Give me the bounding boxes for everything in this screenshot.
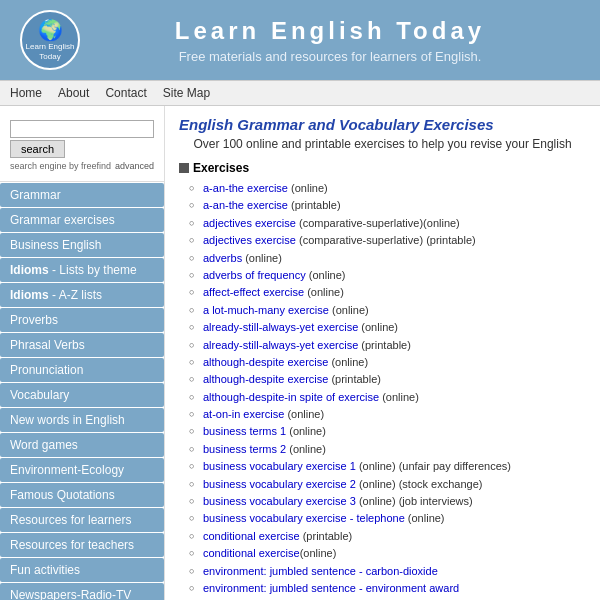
sidebar-item-new-words[interactable]: New words in English [0, 408, 164, 432]
section-bullet-icon [179, 163, 189, 173]
sidebar-item-resources-learners[interactable]: Resources for learners [0, 508, 164, 532]
exercise-link[interactable]: affect-effect exercise [203, 286, 304, 298]
exercise-link[interactable]: although-despite exercise [203, 373, 328, 385]
sidebar-item-pronunciation[interactable]: Pronunciation [0, 358, 164, 382]
list-item: conditional exercise (printable) [189, 529, 586, 544]
exercise-link[interactable]: business terms 1 [203, 425, 286, 437]
search-area: search search engine by freefind advance… [0, 114, 164, 182]
exercise-link[interactable]: environment: jumbled sentence - carbon-d… [203, 565, 438, 577]
exercise-link[interactable]: already-still-always-yet exercise [203, 321, 358, 333]
exercise-link[interactable]: at-on-in exercise [203, 408, 284, 420]
list-item: already-still-always-yet exercise (print… [189, 338, 586, 353]
content-subtitle: Over 100 online and printable exercises … [179, 137, 586, 151]
sidebar-item-resources-teachers[interactable]: Resources for teachers [0, 533, 164, 557]
globe-icon: 🌍 [38, 18, 63, 42]
search-input[interactable] [10, 120, 154, 138]
search-engine-name: freefind [81, 161, 111, 171]
list-item: although-despite exercise (printable) [189, 372, 586, 387]
exercises-header-label: Exercises [193, 161, 249, 175]
exercise-link[interactable]: although-despite exercise [203, 356, 328, 368]
exercise-link[interactable]: business vocabulary exercise 3 [203, 495, 356, 507]
list-item: affect-effect exercise (online) [189, 285, 586, 300]
list-item: environment: jumbled sentence - carbon-d… [189, 564, 586, 579]
list-item: adjectives exercise (comparative-superla… [189, 216, 586, 231]
exercise-link[interactable]: environment: jumbled sentence - environm… [203, 582, 459, 594]
sidebar-item-newspapers[interactable]: Newspapers-Radio-TV [0, 583, 164, 600]
list-item: a-an-the exercise (printable) [189, 198, 586, 213]
list-item: a-an-the exercise (online) [189, 181, 586, 196]
exercise-link[interactable]: adjectives exercise [203, 217, 296, 229]
search-button[interactable]: search [10, 140, 65, 158]
exercise-link[interactable]: business vocabulary exercise - telephone [203, 512, 405, 524]
exercise-link[interactable]: a lot-much-many exercise [203, 304, 329, 316]
sidebar-item-environment[interactable]: Environment-Ecology [0, 458, 164, 482]
sidebar: search search engine by freefind advance… [0, 106, 165, 600]
exercise-link[interactable]: although-despite-in spite of exercise [203, 391, 379, 403]
exercise-link[interactable]: a-an-the exercise [203, 182, 288, 194]
sidebar-item-grammar[interactable]: Grammar [0, 183, 164, 207]
list-item: business terms 2 (online) [189, 442, 586, 457]
list-item: business vocabulary exercise 1 (online) … [189, 459, 586, 474]
exercise-link[interactable]: conditional exercise [203, 547, 300, 559]
content-title: English Grammar and Vocabulary Exercises [179, 116, 586, 133]
exercise-link[interactable]: adverbs [203, 252, 242, 264]
exercise-link[interactable]: conditional exercise [203, 530, 300, 542]
exercise-link[interactable]: adjectives exercise [203, 234, 296, 246]
sidebar-item-phrasal-verbs[interactable]: Phrasal Verbs [0, 333, 164, 357]
list-item: conditional exercise(online) [189, 546, 586, 561]
sidebar-item-fun-activities[interactable]: Fun activities [0, 558, 164, 582]
advanced-search-link[interactable]: advanced [115, 161, 154, 171]
list-item: business vocabulary exercise 3 (online) … [189, 494, 586, 509]
sidebar-item-word-games[interactable]: Word games [0, 433, 164, 457]
nav-sitemap[interactable]: Site Map [163, 86, 210, 100]
logo-circle: 🌍 Learn English Today [20, 10, 80, 70]
site-header: 🌍 Learn English Today Learn English Toda… [0, 0, 600, 80]
search-engine-label: search engine by freefind [10, 161, 111, 171]
list-item: business vocabulary exercise 2 (online) … [189, 477, 586, 492]
exercise-link[interactable]: business vocabulary exercise 2 [203, 478, 356, 490]
nav-about[interactable]: About [58, 86, 89, 100]
list-item: adjectives exercise (comparative-superla… [189, 233, 586, 248]
exercise-link[interactable]: business vocabulary exercise 1 [203, 460, 356, 472]
navbar: Home About Contact Site Map [0, 80, 600, 106]
exercise-link[interactable]: business terms 2 [203, 443, 286, 455]
site-subtitle: Free materials and resources for learner… [80, 49, 580, 64]
exercise-link[interactable]: a-an-the exercise [203, 199, 288, 211]
header-title-area: Learn English Today Free materials and r… [80, 17, 580, 64]
list-item: a lot-much-many exercise (online) [189, 303, 586, 318]
logo-small-text: Learn English Today [22, 42, 78, 61]
logo-area: 🌍 Learn English Today [20, 10, 80, 70]
site-title: Learn English Today [80, 17, 580, 45]
list-item: at-on-in exercise (online) [189, 407, 586, 422]
sidebar-item-idioms-theme[interactable]: Idioms - Lists by theme [0, 258, 164, 282]
sidebar-item-proverbs[interactable]: Proverbs [0, 308, 164, 332]
nav-home[interactable]: Home [10, 86, 42, 100]
list-item: business terms 1 (online) [189, 424, 586, 439]
exercise-list: a-an-the exercise (online) a-an-the exer… [179, 181, 586, 600]
main-layout: search search engine by freefind advance… [0, 106, 600, 600]
list-item: environment: jumbled sentence - environm… [189, 581, 586, 596]
sidebar-item-idioms-az[interactable]: Idioms - A-Z lists [0, 283, 164, 307]
exercises-section-header: Exercises [179, 161, 586, 175]
list-item: business vocabulary exercise - telephone… [189, 511, 586, 526]
list-item: adverbs (online) [189, 251, 586, 266]
nav-contact[interactable]: Contact [105, 86, 146, 100]
sidebar-item-famous-quotations[interactable]: Famous Quotations [0, 483, 164, 507]
search-meta: search engine by freefind advanced [10, 161, 154, 171]
list-item: although-despite exercise (online) [189, 355, 586, 370]
sidebar-item-grammar-exercises[interactable]: Grammar exercises [0, 208, 164, 232]
content-area: English Grammar and Vocabulary Exercises… [165, 106, 600, 600]
list-item: adverbs of frequency (online) [189, 268, 586, 283]
exercise-link[interactable]: adverbs of frequency [203, 269, 306, 281]
list-item: already-still-always-yet exercise (onlin… [189, 320, 586, 335]
sidebar-item-business-english[interactable]: Business English [0, 233, 164, 257]
exercise-link[interactable]: already-still-always-yet exercise [203, 339, 358, 351]
sidebar-item-vocabulary[interactable]: Vocabulary [0, 383, 164, 407]
list-item: although-despite-in spite of exercise (o… [189, 390, 586, 405]
